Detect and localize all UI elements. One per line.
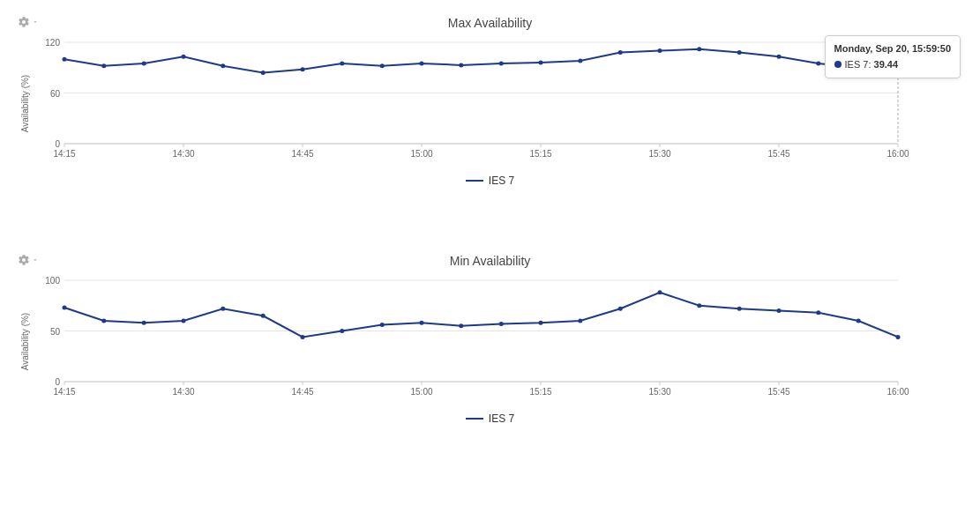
svg-text:0: 0: [55, 377, 60, 387]
svg-text:15:30: 15:30: [648, 387, 670, 397]
svg-point-89: [857, 319, 861, 323]
svg-point-42: [816, 62, 820, 66]
svg-text:14:45: 14:45: [291, 149, 313, 159]
chart-title-min-availability: Min Availability: [18, 247, 962, 268]
svg-point-32: [420, 62, 424, 66]
svg-point-39: [697, 47, 701, 51]
svg-text:60: 60: [50, 89, 61, 99]
svg-point-27: [221, 63, 225, 68]
svg-point-90: [896, 335, 901, 339]
svg-text:0: 0: [55, 139, 60, 149]
svg-text:15:45: 15:45: [767, 387, 789, 397]
svg-point-38: [658, 48, 662, 53]
svg-point-72: [182, 319, 186, 323]
svg-point-80: [499, 322, 504, 326]
gear-icon[interactable]: [18, 16, 39, 28]
svg-point-71: [142, 321, 146, 325]
svg-text:16:00: 16:00: [886, 387, 909, 397]
svg-point-26: [182, 55, 186, 59]
y-axis-label: Availability (%): [18, 271, 34, 411]
svg-text:15:00: 15:00: [410, 387, 432, 397]
legend-label: IES 7: [489, 412, 514, 425]
svg-text:16:00: 16:00: [886, 149, 909, 159]
svg-point-73: [221, 307, 225, 311]
svg-point-23: [63, 57, 67, 62]
svg-point-37: [618, 50, 623, 55]
svg-point-87: [777, 308, 782, 313]
chart-section-max-availability: Max AvailabilityAvailability (%) 0 60 12…: [18, 9, 962, 247]
svg-text:15:00: 15:00: [410, 149, 432, 159]
chart-title-max-availability: Max Availability: [18, 9, 962, 30]
svg-text:15:30: 15:30: [648, 149, 670, 159]
y-axis-label: Availability (%): [18, 33, 34, 173]
svg-point-84: [658, 290, 662, 294]
tooltip-date: Monday, Sep 20, 15:59:50: [834, 41, 951, 57]
svg-text:50: 50: [50, 327, 61, 337]
svg-text:14:30: 14:30: [172, 387, 194, 397]
tooltip-dot: [834, 61, 842, 68]
svg-text:15:15: 15:15: [529, 149, 551, 159]
svg-point-33: [459, 63, 463, 67]
chart-svg: 0 60 120 14:15 14:30 14:45 15:00 15:15 1…: [34, 33, 916, 170]
svg-point-75: [301, 335, 305, 339]
chart-legend: IES 7: [18, 412, 962, 425]
svg-point-74: [261, 314, 266, 318]
chart-legend: IES 7: [18, 175, 962, 187]
svg-text:120: 120: [45, 38, 60, 48]
svg-point-34: [499, 62, 504, 66]
svg-point-76: [340, 329, 344, 333]
svg-point-85: [697, 303, 701, 308]
svg-text:14:45: 14:45: [291, 387, 313, 397]
chart-svg: 0 50 100 14:15 14:30 14:45 15:00 15:15 1…: [34, 271, 916, 408]
chart-section-min-availability: Min AvailabilityAvailability (%) 0 50 10…: [18, 247, 962, 485]
svg-text:14:15: 14:15: [53, 387, 75, 397]
svg-point-78: [420, 321, 424, 325]
svg-point-30: [340, 62, 344, 66]
svg-point-41: [777, 55, 782, 59]
charts-container: Max AvailabilityAvailability (%) 0 60 12…: [0, 0, 980, 494]
svg-point-86: [737, 307, 742, 311]
svg-point-24: [101, 63, 106, 68]
svg-text:100: 100: [45, 276, 60, 286]
svg-point-79: [459, 323, 463, 328]
svg-point-69: [63, 306, 67, 310]
legend-label: IES 7: [489, 175, 514, 187]
svg-text:15:45: 15:45: [767, 149, 789, 159]
svg-point-31: [380, 63, 385, 68]
svg-point-28: [261, 71, 266, 75]
svg-point-83: [618, 307, 623, 311]
tooltip-value: IES 7: 39.44: [834, 57, 951, 73]
legend-line: [466, 180, 483, 182]
svg-point-36: [578, 59, 582, 63]
svg-point-81: [539, 321, 543, 325]
legend-line: [466, 418, 483, 420]
svg-text:14:30: 14:30: [172, 149, 194, 159]
svg-point-35: [539, 61, 543, 65]
svg-point-82: [578, 319, 582, 323]
svg-point-29: [301, 67, 305, 71]
svg-point-25: [142, 62, 146, 66]
chart-tooltip: Monday, Sep 20, 15:59:50 IES 7: 39.44: [825, 35, 961, 78]
svg-point-88: [816, 310, 820, 315]
svg-text:14:15: 14:15: [53, 149, 75, 159]
svg-point-70: [101, 319, 106, 323]
svg-point-40: [737, 50, 742, 55]
svg-text:15:15: 15:15: [529, 387, 551, 397]
gear-icon[interactable]: [18, 254, 39, 266]
svg-point-77: [380, 323, 385, 327]
